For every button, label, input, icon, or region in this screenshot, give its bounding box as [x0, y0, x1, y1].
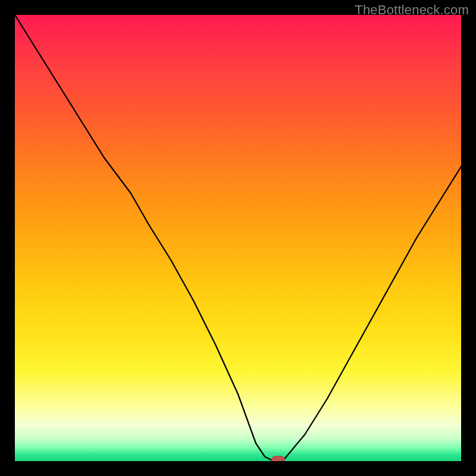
chart-container: TheBottleneck.com [0, 0, 476, 476]
plot-area [15, 15, 461, 461]
bottleneck-curve [15, 15, 461, 461]
curve-svg [15, 15, 461, 461]
watermark-text: TheBottleneck.com [355, 2, 469, 18]
optimum-marker [272, 456, 285, 462]
